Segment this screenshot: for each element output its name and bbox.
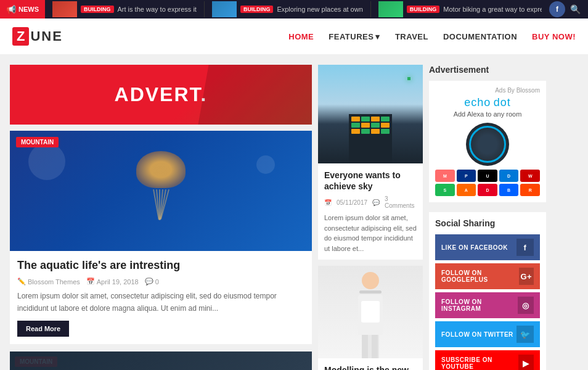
app-icon: B bbox=[499, 184, 519, 196]
mid-article-2-title: Modelling is the new way bbox=[324, 364, 417, 370]
sidebar: Advertisement Ads By Blossom echo dot Ad… bbox=[429, 65, 546, 370]
news-text-3: Motor biking a great way to express bbox=[443, 6, 542, 13]
echo-device-illustration bbox=[466, 123, 509, 166]
news-tag-1: BUILDING bbox=[81, 6, 114, 13]
news-bar-right: f 🔍 bbox=[542, 1, 588, 17]
mid-article-2: Modelling is the new way 📅 05/11/2017 💬 … bbox=[318, 266, 423, 370]
twitter-icon: 🐦 bbox=[517, 326, 534, 343]
featured-article: MOUNTAIN The aquatic life's are intresti… bbox=[10, 131, 312, 344]
article-author-icon: ✏️ Blossom Themes bbox=[17, 278, 80, 286]
news-items: BUILDING Art is the way to express it BU… bbox=[45, 1, 542, 17]
chevron-down-icon: ▾ bbox=[375, 32, 380, 41]
app-icon: D bbox=[478, 184, 497, 196]
googleplus-button[interactable]: FOLLOW ON GOOGLEPLUS G+ bbox=[435, 263, 540, 289]
facebook-button[interactable]: LIKE ON FACEBOOK f bbox=[435, 234, 540, 260]
news-item-1[interactable]: BUILDING Art is the way to express it bbox=[45, 1, 205, 17]
mid-date-icon: 📅 bbox=[324, 199, 332, 206]
echo-tagline: Add Alexa to any room bbox=[435, 110, 540, 118]
advert-text: ADVERT. bbox=[115, 83, 208, 105]
logo-text: UNE bbox=[30, 28, 62, 44]
nav-buy-now[interactable]: BUY NOW! bbox=[532, 32, 576, 41]
news-tag-3: BUILDING bbox=[407, 6, 440, 13]
middle-area: Everyone wants to achieve sky 📅 05/11/20… bbox=[318, 65, 423, 370]
echo-logo: echo dot bbox=[435, 96, 540, 109]
mid-article-1-excerpt: Lorem ipsum dolor sit amet, consectetur … bbox=[324, 213, 417, 253]
twitter-button[interactable]: FOLLOW ON TWITTER 🐦 bbox=[435, 321, 540, 347]
youtube-button[interactable]: SUBSCRIBE ON YOUTUBE ▶ bbox=[435, 350, 540, 370]
read-more-button[interactable]: Read More bbox=[17, 321, 69, 337]
news-thumb-1 bbox=[52, 1, 77, 17]
main-nav: HOME FEATURES ▾ TRAVEL DOCUMENTATION BUY… bbox=[288, 32, 576, 41]
mid-article-2-body: Modelling is the new way 📅 05/11/2017 💬 … bbox=[318, 358, 423, 370]
small-article-image: MOUNTAIN 🧢 bbox=[10, 352, 312, 370]
app-icon: R bbox=[520, 184, 540, 196]
googleplus-icon: G+ bbox=[519, 268, 534, 285]
app-icon: D bbox=[499, 170, 519, 182]
article-date: 📅 April 19, 2018 bbox=[86, 278, 139, 286]
instagram-icon: ◎ bbox=[518, 297, 534, 314]
mid-image-1 bbox=[318, 65, 423, 163]
small-article: MOUNTAIN 🧢 bbox=[10, 352, 312, 370]
advert-banner: ADVERT. bbox=[10, 65, 312, 125]
mid-article-1-title: Everyone wants to achieve sky bbox=[324, 170, 417, 192]
app-icon: M bbox=[435, 170, 455, 182]
advertisement-title: Advertisement bbox=[429, 65, 546, 75]
news-text-1: Art is the way to express it bbox=[118, 6, 197, 13]
ad-box: Ads By Blossom echo dot Add Alexa to any… bbox=[429, 81, 546, 202]
app-icon: A bbox=[457, 184, 476, 196]
search-icon[interactable]: 🔍 bbox=[570, 4, 581, 14]
mid-article-1-meta: 📅 05/11/2017 💬 3 Comments bbox=[324, 195, 417, 209]
facebook-icon[interactable]: f bbox=[549, 1, 565, 17]
nav-travel[interactable]: TRAVEL bbox=[395, 32, 428, 41]
article-meta: ✏️ Blossom Themes 📅 April 19, 2018 💬 0 bbox=[17, 278, 304, 286]
news-tag-2: BUILDING bbox=[240, 6, 274, 13]
logo[interactable]: Z UNE bbox=[12, 27, 63, 46]
news-bar: 📢 NEWS BUILDING Art is the way to expres… bbox=[0, 0, 588, 18]
social-title: Social Sharing bbox=[435, 218, 540, 228]
nav-documentation[interactable]: DOCUMENTATION bbox=[443, 32, 517, 41]
app-icon: U bbox=[478, 170, 497, 182]
app-icon: W bbox=[520, 170, 540, 182]
echo-dot-ad: echo dot Add Alexa to any room MPUDWSADB… bbox=[435, 96, 540, 196]
mid-image-2 bbox=[318, 266, 423, 358]
app-icons-grid: MPUDWSADBR bbox=[435, 170, 540, 196]
echo-ring bbox=[469, 126, 506, 163]
article-comments: 💬 0 bbox=[145, 278, 159, 286]
nav-features[interactable]: FEATURES ▾ bbox=[329, 32, 380, 41]
main-container: ADVERT. MOUNTAIN bbox=[0, 55, 588, 370]
category-tag[interactable]: MOUNTAIN bbox=[16, 137, 59, 147]
logo-z: Z bbox=[12, 27, 29, 46]
article-body: The aquatic life's are intresting ✏️ Blo… bbox=[10, 251, 312, 344]
content-area: ADVERT. MOUNTAIN bbox=[10, 65, 312, 370]
news-label: 📢 NEWS bbox=[0, 0, 45, 18]
mid-article-1: Everyone wants to achieve sky 📅 05/11/20… bbox=[318, 65, 423, 260]
article-title: The aquatic life's are intresting bbox=[17, 258, 304, 273]
news-text-2: Exploring new places at own bbox=[277, 6, 362, 13]
ads-by-label: Ads By Blossom bbox=[435, 87, 540, 94]
news-thumb-2 bbox=[212, 1, 237, 17]
news-item-2[interactable]: BUILDING Exploring new places at own bbox=[205, 1, 371, 17]
app-icon: P bbox=[457, 170, 476, 182]
facebook-icon: f bbox=[517, 239, 534, 256]
news-item-3[interactable]: BUILDING Motor biking a great way to exp… bbox=[371, 1, 542, 17]
mid-article-1-body: Everyone wants to achieve sky 📅 05/11/20… bbox=[318, 163, 423, 260]
mid-comments-icon: 💬 bbox=[372, 199, 380, 206]
article-excerpt: Lorem ipsum dolor sit amet, consectetur … bbox=[17, 290, 304, 314]
nav-home[interactable]: HOME bbox=[288, 32, 314, 41]
youtube-icon: ▶ bbox=[518, 355, 534, 370]
news-thumb-3 bbox=[378, 1, 403, 17]
featured-image: MOUNTAIN bbox=[10, 131, 312, 251]
jellyfish-illustration bbox=[127, 151, 195, 231]
app-icon: S bbox=[435, 184, 455, 196]
social-sharing-section: Social Sharing LIKE ON FACEBOOK f FOLLOW… bbox=[429, 212, 546, 370]
instagram-button[interactable]: FOLLOW ON INSTAGRAM ◎ bbox=[435, 292, 540, 318]
header: Z UNE HOME FEATURES ▾ TRAVEL DOCUMENTATI… bbox=[0, 18, 588, 55]
